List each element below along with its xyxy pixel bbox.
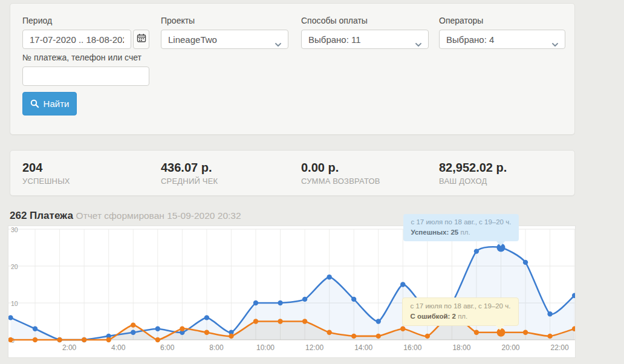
data-point[interactable]	[131, 322, 135, 327]
stat-label: СУММА ВОЗВРАТОВ	[301, 177, 380, 186]
stat-average-check: 436.07 р. СРЕДНИЙ ЧЕК	[161, 161, 218, 186]
tooltip-period: с 17 июля по 18 авг., с 19–20 ч.	[411, 217, 512, 227]
data-point[interactable]	[57, 337, 62, 342]
payments-chart: 01020302:004:006:008:0010:0012:0014:0016…	[8, 226, 575, 357]
chart-tooltip-error: с 17 июля по 18 авг., с 19–20 ч. С ошибк…	[402, 297, 519, 326]
data-point[interactable]	[33, 337, 37, 342]
data-point[interactable]	[106, 337, 111, 342]
data-point[interactable]	[155, 327, 160, 331]
calendar-icon	[137, 33, 146, 45]
operators-field-group: Операторы Выбрано: 4	[439, 16, 565, 49]
x-axis-label: 8:00	[209, 343, 224, 352]
data-point[interactable]	[400, 327, 405, 331]
data-point[interactable]	[400, 282, 405, 287]
data-point[interactable]	[351, 334, 356, 339]
y-axis-label: 20	[11, 263, 18, 270]
data-point[interactable]	[523, 330, 528, 335]
data-point[interactable]	[327, 275, 331, 279]
payment-methods-select[interactable]: Выбрано: 11	[301, 30, 429, 49]
x-axis-label: 14:00	[354, 343, 372, 352]
x-axis-label: 18:00	[452, 343, 470, 352]
payment-methods-label: Способы оплаты	[301, 16, 429, 25]
operators-select-value: Выбрано: 4	[446, 34, 494, 45]
y-axis-label: 30	[11, 226, 18, 233]
period-input[interactable]	[22, 30, 131, 49]
payments-dashboard: Период	[0, 0, 624, 364]
stat-value: 82,952.02 р.	[439, 161, 507, 175]
data-point[interactable]	[302, 297, 307, 302]
data-point[interactable]	[204, 330, 209, 335]
data-point[interactable]	[547, 334, 552, 339]
x-axis-label: 16:00	[403, 343, 421, 352]
stat-label: УСПЕШНЫХ	[22, 177, 70, 186]
stat-label: СРЕДНИЙ ЧЕК	[161, 177, 218, 186]
data-point[interactable]	[278, 319, 282, 323]
filter-panel: Период	[10, 3, 575, 135]
search-field-group: № платежа, телефон или счет	[22, 53, 149, 86]
stat-label: ВАШ ДОХОД	[439, 177, 507, 186]
projects-select[interactable]: LineageTwo	[161, 30, 288, 49]
data-point[interactable]	[33, 327, 37, 331]
x-axis-label: 12:00	[305, 343, 323, 352]
search-label: № платежа, телефон или счет	[22, 53, 149, 62]
period-field-group: Период	[22, 16, 149, 49]
data-point[interactable]	[547, 311, 552, 316]
payment-methods-select-value: Выбрано: 11	[308, 34, 361, 45]
data-point[interactable]	[523, 260, 528, 265]
projects-select-value: LineageTwo	[168, 34, 217, 45]
report-header: 262 Платежа Отчет сформирован 15-09-2020…	[10, 210, 241, 222]
data-point[interactable]	[155, 337, 160, 342]
stat-income: 82,952.02 р. ВАШ ДОХОД	[439, 161, 507, 186]
operators-label: Операторы	[439, 16, 565, 25]
data-point[interactable]	[351, 297, 356, 302]
projects-field-group: Проекты LineageTwo	[161, 16, 288, 49]
tooltip-value-line: Успешных: 25 пл.	[411, 227, 512, 238]
data-point[interactable]	[131, 330, 135, 335]
payment-methods-field-group: Способы оплаты Выбрано: 11	[301, 16, 429, 49]
tooltip-value-line: С ошибкой: 2 пл.	[411, 311, 511, 322]
data-point[interactable]	[425, 334, 430, 339]
report-title: 262 Платежа	[10, 210, 73, 221]
chevron-down-icon	[415, 38, 421, 48]
data-point[interactable]	[253, 319, 258, 323]
x-axis-label: 10:00	[256, 343, 275, 352]
data-point[interactable]	[327, 330, 331, 335]
period-label: Период	[22, 16, 149, 25]
projects-label: Проекты	[161, 16, 288, 25]
data-point[interactable]	[474, 330, 479, 335]
find-button[interactable]: Найти	[22, 92, 77, 115]
data-point[interactable]	[204, 315, 209, 320]
data-point[interactable]	[474, 249, 479, 253]
stat-value: 204	[22, 161, 70, 175]
chart-tooltip-success: с 17 июля по 18 авг., с 19–20 ч. Успешны…	[403, 214, 519, 241]
operators-select[interactable]: Выбрано: 4	[439, 30, 565, 49]
data-point[interactable]	[229, 334, 233, 339]
chevron-down-icon	[275, 38, 281, 48]
data-point[interactable]	[376, 334, 381, 339]
stat-value: 436.07 р.	[161, 161, 218, 175]
data-point[interactable]	[180, 327, 184, 331]
calendar-button[interactable]	[133, 30, 149, 49]
find-button-label: Найти	[44, 99, 70, 109]
stat-value: 0.00 р.	[301, 161, 380, 175]
stat-refunds: 0.00 р. СУММА ВОЗВРАТОВ	[301, 161, 380, 186]
data-point[interactable]	[253, 301, 258, 305]
x-axis-label: 6:00	[160, 343, 175, 352]
x-axis-label: 20:00	[501, 343, 519, 352]
data-point[interactable]	[82, 337, 86, 342]
y-axis-label: 10	[11, 300, 18, 307]
x-axis-label: 4:00	[111, 343, 126, 352]
data-point[interactable]	[376, 319, 381, 323]
data-point[interactable]	[278, 301, 282, 305]
report-subtitle: Отчет сформирован 15-09-2020 20:32	[76, 210, 241, 221]
stat-successful: 204 УСПЕШНЫХ	[22, 161, 70, 186]
payments-chart-svg: 01020302:004:006:008:0010:0012:0014:0016…	[8, 226, 575, 357]
x-axis-label: 2:00	[62, 343, 77, 352]
data-point[interactable]	[302, 319, 307, 323]
search-input[interactable]	[22, 67, 149, 86]
search-icon	[30, 99, 39, 108]
x-axis-label: 22:00	[551, 343, 569, 352]
stats-panel: 204 УСПЕШНЫХ 436.07 р. СРЕДНИЙ ЧЕК 0.00 …	[10, 150, 575, 196]
tooltip-period: с 17 июля по 18 авг., с 19–20 ч.	[411, 301, 511, 311]
chevron-down-icon	[552, 38, 558, 48]
